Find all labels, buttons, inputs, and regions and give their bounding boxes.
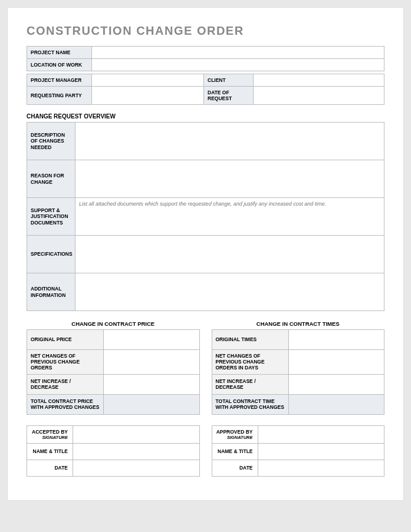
- description-label: DESCRIPTION OF CHANGES NEEDED: [27, 123, 75, 160]
- additional-field[interactable]: [75, 273, 384, 311]
- description-field[interactable]: [75, 123, 384, 160]
- support-field[interactable]: List all attached documents which suppor…: [75, 198, 384, 236]
- support-label: SUPPORT & JUSTIFICATION DOCUMENTS: [27, 198, 75, 236]
- page-title: CONSTRUCTION CHANGE ORDER: [27, 24, 384, 38]
- price-netincdec-field[interactable]: [104, 374, 200, 394]
- accepted-table: ACCEPTED BY SIGNATURE NAME & TITLE DATE: [27, 425, 200, 477]
- reason-field[interactable]: [75, 160, 384, 198]
- approved-nametitle-field[interactable]: [258, 443, 384, 460]
- price-netchanges-field[interactable]: [104, 350, 200, 375]
- price-times-row: CHANGE IN CONTRACT PRICE ORIGINAL PRICE …: [27, 320, 384, 477]
- times-netchanges-field[interactable]: [288, 350, 384, 375]
- approved-by-label-text: APPROVED BY: [216, 429, 253, 435]
- times-table: ORIGINAL TIMES NET CHANGES OF PREVIOUS C…: [212, 329, 385, 415]
- header-table: PROJECT NAME LOCATION OF WORK: [27, 46, 384, 71]
- form-page: CONSTRUCTION CHANGE ORDER PROJECT NAME L…: [7, 7, 404, 501]
- times-original-label: ORIGINAL TIMES: [212, 330, 288, 350]
- price-title: CHANGE IN CONTRACT PRICE: [27, 320, 200, 327]
- price-netchanges-label: NET CHANGES OF PREVIOUS CHANGE ORDERS: [27, 350, 104, 375]
- date-of-request-field[interactable]: [254, 87, 384, 105]
- accepted-date-field[interactable]: [73, 460, 200, 476]
- approved-date-field[interactable]: [258, 460, 384, 476]
- approved-table: APPROVED BY SIGNATURE NAME & TITLE DATE: [212, 425, 385, 477]
- price-original-label: ORIGINAL PRICE: [27, 330, 104, 350]
- approved-by-field[interactable]: [258, 425, 384, 443]
- times-netincdec-field[interactable]: [288, 374, 384, 394]
- times-original-field[interactable]: [288, 330, 384, 350]
- times-netincdec-label: NET INCREASE / DECREASE: [212, 374, 288, 394]
- times-title: CHANGE IN CONTRACT TIMES: [212, 320, 385, 327]
- times-column: CHANGE IN CONTRACT TIMES ORIGINAL TIMES …: [212, 320, 385, 477]
- accepted-nametitle-label: NAME & TITLE: [27, 443, 73, 460]
- date-of-request-label: DATE OF REQUEST: [204, 87, 254, 105]
- project-manager-label: PROJECT MANAGER: [27, 74, 92, 87]
- price-original-field[interactable]: [104, 330, 200, 350]
- support-hint: List all attached documents which suppor…: [79, 201, 326, 207]
- specifications-label: SPECIFICATIONS: [27, 236, 75, 273]
- project-name-field[interactable]: [92, 47, 384, 59]
- project-manager-field[interactable]: [92, 74, 204, 87]
- additional-label: ADDITIONAL INFORMATION: [27, 273, 75, 311]
- price-table: ORIGINAL PRICE NET CHANGES OF PREVIOUS C…: [27, 329, 200, 415]
- client-field[interactable]: [254, 74, 384, 87]
- approved-signature-sub: SIGNATURE: [216, 435, 253, 440]
- accepted-signature-sub: SIGNATURE: [31, 435, 68, 440]
- approved-date-label: DATE: [212, 460, 258, 476]
- requesting-party-field[interactable]: [92, 87, 204, 105]
- accepted-by-label: ACCEPTED BY SIGNATURE: [27, 425, 73, 443]
- price-netincdec-label: NET INCREASE / DECREASE: [27, 374, 104, 394]
- specifications-field[interactable]: [75, 236, 384, 273]
- project-name-label: PROJECT NAME: [27, 47, 92, 59]
- header-table-2: PROJECT MANAGER CLIENT REQUESTING PARTY …: [27, 74, 384, 105]
- accepted-nametitle-field[interactable]: [73, 443, 200, 460]
- reason-label: REASON FOR CHANGE: [27, 160, 75, 198]
- overview-table: DESCRIPTION OF CHANGES NEEDED REASON FOR…: [27, 122, 384, 311]
- price-column: CHANGE IN CONTRACT PRICE ORIGINAL PRICE …: [27, 320, 200, 477]
- accepted-by-field[interactable]: [73, 425, 200, 443]
- client-label: CLIENT: [204, 74, 254, 87]
- requesting-party-label: REQUESTING PARTY: [27, 87, 92, 105]
- location-field[interactable]: [92, 59, 384, 71]
- times-total-field[interactable]: [288, 394, 384, 414]
- accepted-by-label-text: ACCEPTED BY: [32, 429, 68, 435]
- overview-section-title: CHANGE REQUEST OVERVIEW: [27, 113, 384, 120]
- times-total-label: TOTAL CONTRACT TIME WITH APPROVED CHANGE…: [212, 394, 288, 414]
- accepted-date-label: DATE: [27, 460, 73, 476]
- price-total-label: TOTAL CONTRACT PRICE WITH APPROVED CHANG…: [27, 394, 104, 414]
- approved-by-label: APPROVED BY SIGNATURE: [212, 425, 258, 443]
- location-label: LOCATION OF WORK: [27, 59, 92, 71]
- price-total-field[interactable]: [104, 394, 200, 414]
- approved-nametitle-label: NAME & TITLE: [212, 443, 258, 460]
- times-netchanges-label: NET CHANGES OF PREVIOUS CHANGE ORDERS IN…: [212, 350, 288, 375]
